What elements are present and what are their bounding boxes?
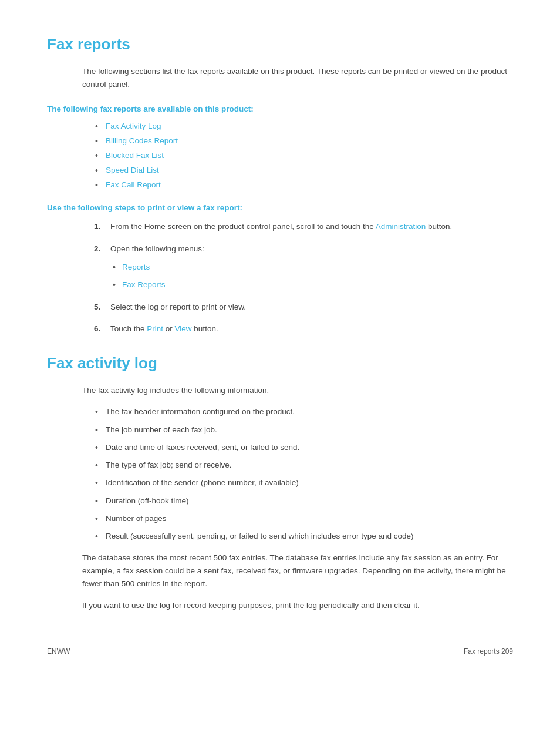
activity-list-item-6: Duration (off-hook time)	[106, 495, 513, 507]
activity-para-1: The database stores the most recent 500 …	[82, 552, 513, 590]
blocked-fax-list-link[interactable]: Blocked Fax List	[106, 151, 164, 160]
activity-list-item-1: The fax header information configured on…	[106, 406, 513, 418]
step-2-text: Open the following menus:	[110, 244, 204, 253]
list-item: Blocked Fax List	[106, 151, 513, 160]
activity-list-item-5: Identification of the sender (phone numb…	[106, 477, 513, 489]
page-title-fax-reports: Fax reports	[47, 35, 513, 53]
fax-activity-log-link[interactable]: Fax Activity Log	[106, 122, 161, 130]
activity-list-item-4: The type of fax job; send or receive.	[106, 459, 513, 471]
step-4-text-before: Touch the	[110, 324, 147, 333]
activity-intro: The fax activity log includes the follow…	[82, 384, 513, 397]
billing-codes-report-link[interactable]: Billing Codes Report	[106, 136, 178, 145]
step-2-sublist: Reports Fax Reports	[122, 261, 513, 291]
step-1: From the Home screen on the product cont…	[94, 220, 513, 233]
report-list: Fax Activity Log Billing Codes Report Bl…	[106, 122, 513, 189]
list-item: Fax Activity Log	[106, 122, 513, 130]
page-title-fax-activity-log: Fax activity log	[47, 354, 513, 372]
activity-para-2: If you want to use the log for record ke…	[82, 599, 513, 612]
step-2-sublist-item-fax-reports: Fax Reports	[122, 278, 513, 291]
step-3-text: Select the log or report to print or vie…	[110, 303, 246, 311]
step-4-text-after: button.	[192, 324, 218, 333]
intro-paragraph: The following sections list the fax repo…	[82, 65, 513, 90]
print-link[interactable]: Print	[147, 324, 163, 333]
fax-reports-link[interactable]: Fax Reports	[122, 280, 166, 289]
activity-list-item-8: Result (successfully sent, pending, or f…	[106, 530, 513, 542]
activity-list-item-3: Date and time of faxes received, sent, o…	[106, 442, 513, 453]
activity-list-item-2: The job number of each fax job.	[106, 424, 513, 436]
steps-list: From the Home screen on the product cont…	[94, 220, 513, 335]
activity-list: The fax header information configured on…	[106, 406, 513, 542]
subsection-heading-2: Use the following steps to print or view…	[47, 203, 513, 212]
activity-list-item-7: Number of pages	[106, 513, 513, 525]
step-1-text-before: From the Home screen on the product cont…	[110, 222, 376, 231]
step-4-text-middle: or	[163, 324, 175, 333]
view-link[interactable]: View	[175, 324, 192, 333]
speed-dial-list-link[interactable]: Speed Dial List	[106, 166, 159, 174]
footer-right: Fax reports 209	[464, 647, 513, 656]
step-1-text-after: button.	[426, 222, 452, 231]
step-3: Select the log or report to print or vie…	[94, 301, 513, 314]
fax-call-report-link[interactable]: Fax Call Report	[106, 180, 161, 189]
list-item: Fax Call Report	[106, 180, 513, 189]
list-item: Billing Codes Report	[106, 136, 513, 145]
list-item: Speed Dial List	[106, 166, 513, 174]
step-4: Touch the Print or View button.	[94, 322, 513, 335]
page-footer: ENWW Fax reports 209	[47, 647, 513, 656]
subsection-heading-1: The following fax reports are available …	[47, 105, 513, 113]
reports-link[interactable]: Reports	[122, 263, 150, 271]
step-2-sublist-item-reports: Reports	[122, 261, 513, 274]
step-2: Open the following menus: Reports Fax Re…	[94, 243, 513, 291]
administration-link[interactable]: Administration	[376, 222, 426, 231]
footer-left: ENWW	[47, 647, 70, 656]
